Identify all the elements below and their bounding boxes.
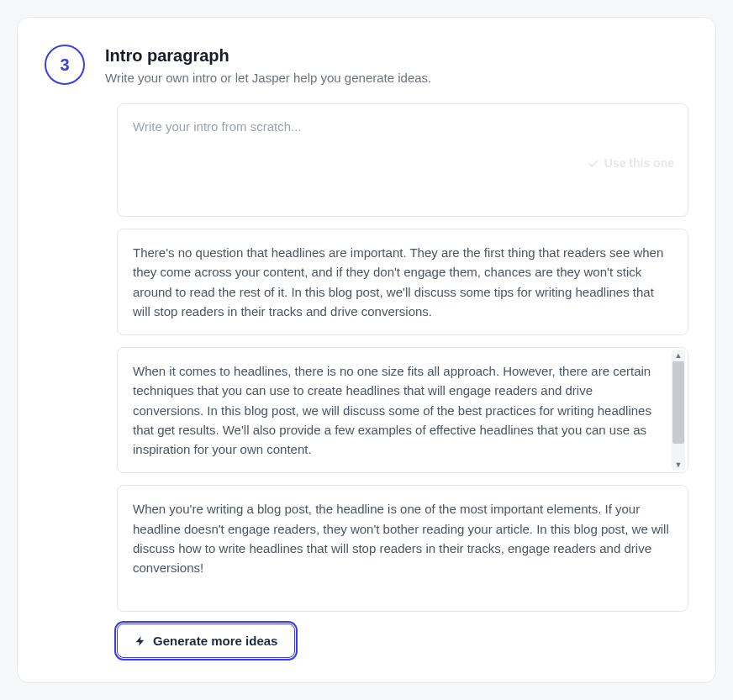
idea-text: When you're writing a blog post, the hea… (133, 502, 669, 575)
scrollbar-up-arrow-icon[interactable]: ▲ (675, 350, 683, 361)
lightning-icon (134, 635, 146, 647)
intro-paragraph-card: 3 Intro paragraph Write your own intro o… (17, 17, 716, 683)
idea-text: When it comes to headlines, there is no … (133, 364, 651, 456)
step-subtitle: Write your own intro or let Jasper help … (105, 71, 431, 85)
idea-text: There's no question that headlines are i… (133, 245, 663, 318)
intro-scratch-input[interactable]: Write your intro from scratch... Use thi… (117, 103, 688, 217)
scratch-placeholder: Write your intro from scratch... (133, 119, 302, 134)
generate-more-ideas-button[interactable]: Generate more ideas (117, 624, 295, 658)
content-column: Write your intro from scratch... Use thi… (117, 103, 688, 658)
step-number-badge: 3 (45, 45, 85, 85)
step-header: 3 Intro paragraph Write your own intro o… (45, 45, 688, 85)
use-this-label: Use this one (604, 155, 674, 172)
generate-more-label: Generate more ideas (153, 634, 277, 648)
check-icon (588, 158, 599, 170)
intro-idea-option[interactable]: When it comes to headlines, there is no … (117, 347, 688, 473)
intro-idea-option[interactable]: There's no question that headlines are i… (117, 229, 688, 335)
scrollbar-thumb[interactable] (672, 361, 684, 444)
scrollbar[interactable]: ▲ ▼ (672, 350, 685, 470)
use-this-one-button[interactable]: Use this one (588, 155, 674, 172)
intro-idea-option[interactable]: When you're writing a blog post, the hea… (117, 485, 688, 612)
step-header-text: Intro paragraph Write your own intro or … (105, 45, 431, 85)
scrollbar-down-arrow-icon[interactable]: ▼ (675, 460, 683, 470)
step-title: Intro paragraph (105, 46, 431, 66)
